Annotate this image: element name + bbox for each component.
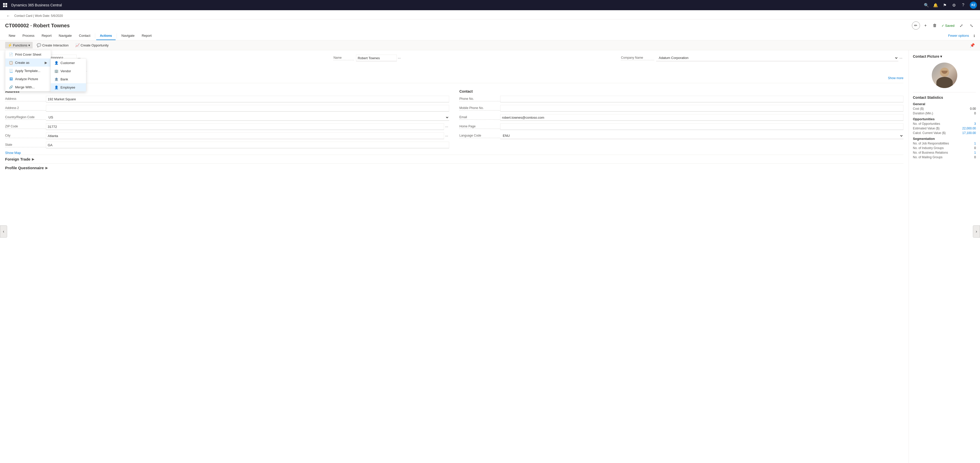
address2-label: Address 2 xyxy=(5,106,46,110)
address2-input[interactable] xyxy=(46,105,449,111)
search-icon[interactable]: 🔍 xyxy=(924,3,929,8)
menu-item-apply-template[interactable]: 📃 Apply Template... xyxy=(5,67,51,75)
expand-button[interactable]: ⤢ xyxy=(958,22,965,29)
calcd-value[interactable]: 17,100.00 xyxy=(963,131,976,135)
job-resp-row: No. of Job Responsibilities 1 xyxy=(913,142,976,145)
address-field-group: Address xyxy=(5,95,449,103)
language-field-group: Language Code ENU xyxy=(460,132,904,139)
create-as-submenu: 👤 Customer 🏢 Vendor 🏦 Bank 👤 Employee xyxy=(51,59,86,92)
company-name-select[interactable]: Adatum Corporation xyxy=(656,55,898,61)
menu-item-print-label: Print Cover Sheet xyxy=(15,53,41,56)
no-opportunities-value[interactable]: 3 xyxy=(974,122,976,126)
country-select[interactable]: US xyxy=(46,114,449,121)
flag-icon[interactable]: ⚑ xyxy=(942,3,947,8)
back-button[interactable]: ← xyxy=(5,13,11,19)
city-input[interactable] xyxy=(46,132,444,139)
gear-icon[interactable]: ⚙ xyxy=(951,3,956,8)
app-grid-icon[interactable] xyxy=(3,3,7,7)
tab-new[interactable]: New xyxy=(5,32,19,40)
menu-item-create-as-label: Create as xyxy=(15,61,29,65)
mailing-value[interactable]: 0 xyxy=(974,156,976,159)
tab-process[interactable]: Process xyxy=(19,32,38,40)
profile-questionnaire-section[interactable]: Profile Questionnaire ▶ xyxy=(5,163,904,172)
company-name-more-button[interactable]: ··· xyxy=(898,55,904,61)
functions-button[interactable]: ⚡ Functions ▾ xyxy=(5,42,33,48)
homepage-label: Home Page xyxy=(460,124,500,129)
stats-divider xyxy=(913,92,976,92)
tab-actions[interactable]: Actions xyxy=(96,32,116,40)
submenu-vendor[interactable]: 🏢 Vendor xyxy=(51,67,86,75)
estimated-value-label: Estimated Value ($) xyxy=(913,127,940,130)
profile-questionnaire-chevron: ▶ xyxy=(45,166,48,170)
tab-report[interactable]: Report xyxy=(38,32,55,40)
cost-row: Cost ($) 0.00 xyxy=(913,107,976,110)
add-button[interactable]: + xyxy=(922,22,929,29)
industry-row: No. of Industry Groups 0 xyxy=(913,146,976,150)
address-input[interactable] xyxy=(46,96,449,102)
zip-input[interactable] xyxy=(46,123,444,130)
next-arrow[interactable]: › xyxy=(973,225,980,238)
customer-icon: 👤 xyxy=(54,61,59,65)
breadcrumb: Contact Card | Work Date: 5/6/2020 xyxy=(14,14,63,18)
industry-value[interactable]: 0 xyxy=(974,146,976,150)
tab-report-2[interactable]: Report xyxy=(138,32,155,40)
maximize-button[interactable]: ⤡ xyxy=(968,22,975,29)
email-input[interactable] xyxy=(500,114,904,121)
submenu-employee[interactable]: 👤 Employee xyxy=(51,83,86,91)
help-icon[interactable]: ? xyxy=(961,3,966,8)
phone-input[interactable] xyxy=(500,96,904,102)
submenu-customer-label: Customer xyxy=(60,61,75,65)
menu-item-analyze-picture[interactable]: 🖼 Analyze Picture xyxy=(5,75,51,83)
menu-item-print-cover-sheet[interactable]: 📄 Print Cover Sheet xyxy=(5,50,51,59)
delete-button[interactable]: 🗑 xyxy=(931,22,939,29)
zip-field-group: ZIP Code ··· xyxy=(5,123,449,130)
pin-icon[interactable]: 📌 xyxy=(970,43,975,48)
foreign-trade-section[interactable]: Foreign Trade ▶ xyxy=(5,155,904,163)
create-interaction-button[interactable]: 💬 Create Interaction xyxy=(34,42,71,48)
email-field-group: Email xyxy=(460,114,904,121)
analyze-picture-icon: 🖼 xyxy=(9,77,13,81)
edit-button[interactable]: ✏ xyxy=(912,21,920,30)
email-label: Email xyxy=(460,115,500,120)
name-more-button[interactable]: ··· xyxy=(397,55,402,61)
mobile-field-group: Mobile Phone No. xyxy=(460,105,904,112)
homepage-field-group: Home Page xyxy=(460,123,904,130)
tab-fewer-options[interactable]: Fewer options xyxy=(945,32,973,40)
tab-navigate-2[interactable]: Navigate xyxy=(118,32,138,40)
city-more-button[interactable]: ··· xyxy=(444,132,449,139)
zip-more-button[interactable]: ··· xyxy=(444,123,449,130)
homepage-input[interactable] xyxy=(500,123,904,130)
job-resp-value[interactable]: 1 xyxy=(974,142,976,145)
mobile-input[interactable] xyxy=(500,105,904,111)
business-value[interactable]: 1 xyxy=(974,151,976,154)
zip-label: ZIP Code xyxy=(5,124,46,129)
create-opportunity-button[interactable]: 📈 Create Opportunity xyxy=(73,42,111,48)
language-select[interactable]: ENU xyxy=(500,132,904,139)
show-more-link[interactable]: Show more xyxy=(888,76,904,80)
create-opportunity-label: Create Opportunity xyxy=(81,43,109,47)
prev-arrow[interactable]: ‹ xyxy=(0,225,7,238)
duration-row: Duration (Min.) 0 xyxy=(913,111,976,115)
contact-picture-header[interactable]: Contact Picture ▾ xyxy=(913,54,976,59)
ribbon-info-icon[interactable]: ℹ xyxy=(974,34,975,38)
duration-value: 0 xyxy=(974,111,976,115)
estimated-value[interactable]: 22,000.00 xyxy=(963,127,976,130)
state-input[interactable] xyxy=(46,142,449,148)
tab-contact[interactable]: Contact xyxy=(75,32,94,40)
functions-arrow: ▾ xyxy=(28,43,30,47)
menu-item-analyze-picture-label: Analyze Picture xyxy=(15,77,38,81)
contact-photo xyxy=(932,62,957,88)
phone-label: Phone No. xyxy=(460,97,500,101)
submenu-bank[interactable]: 🏦 Bank xyxy=(51,75,86,83)
bell-icon[interactable]: 🔔 xyxy=(933,3,938,8)
menu-item-create-as[interactable]: 📋 Create as ▶ 👤 Customer 🏢 Vendor 🏦 xyxy=(5,59,51,67)
contact-section: Contact Phone No. Mobile Phone No. Email xyxy=(460,86,904,155)
menu-item-merge-with[interactable]: 🔗 Merge With... xyxy=(5,83,51,91)
submenu-customer[interactable]: 👤 Customer xyxy=(51,59,86,67)
name-input[interactable] xyxy=(356,55,397,61)
show-map-link[interactable]: Show Map xyxy=(5,151,21,155)
avatar[interactable]: RZ xyxy=(970,2,977,9)
language-label: Language Code xyxy=(460,134,500,138)
tab-navigate-1[interactable]: Navigate xyxy=(55,32,75,40)
top-bar-icons: 🔍 🔔 ⚑ ⚙ ? RZ xyxy=(924,2,977,9)
